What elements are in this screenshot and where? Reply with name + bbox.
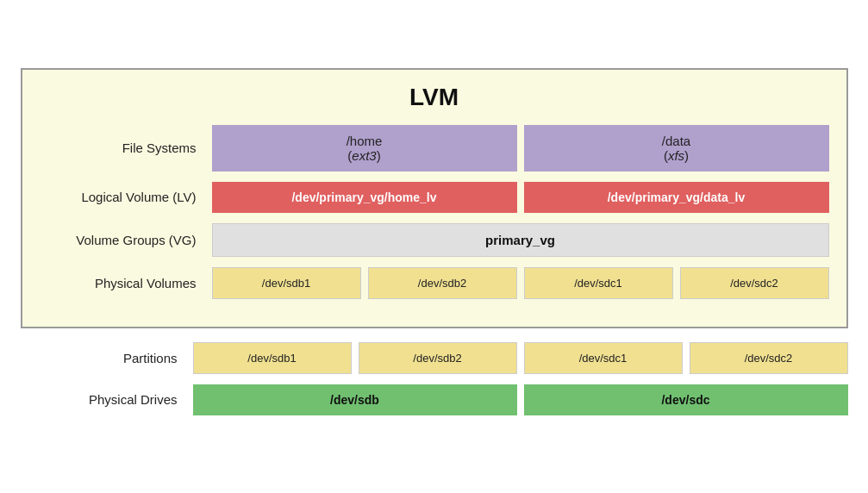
- logical-volume-content: /dev/primary_vg/home_lv /dev/primary_vg/…: [212, 182, 829, 213]
- volume-groups-label: Volume Groups (VG): [40, 233, 212, 247]
- fs-data: /data (xfs): [524, 125, 829, 172]
- logical-volume-label: Logical Volume (LV): [40, 190, 212, 204]
- partitions-content: /dev/sdb1 /dev/sdb2 /dev/sdc1 /dev/sdc2: [193, 342, 848, 374]
- physical-volumes-row: Physical Volumes /dev/sdb1 /dev/sdb2 /de…: [40, 267, 829, 299]
- pv-sdb2: /dev/sdb2: [368, 267, 517, 299]
- lv-data: /dev/primary_vg/data_lv: [524, 182, 829, 213]
- drive-sdc-label: /dev/sdc: [661, 393, 709, 407]
- fs-home: /home (ext3): [212, 125, 517, 172]
- main-container: LVM File Systems /home (ext3) /data (xfs…: [21, 68, 848, 426]
- part-sdc2: /dev/sdc2: [690, 342, 848, 374]
- fs-home-type: ext3: [352, 148, 376, 163]
- lv-home: /dev/primary_vg/home_lv: [212, 182, 517, 213]
- fs-home-name: /home: [347, 134, 383, 148]
- physical-volumes-content: /dev/sdb1 /dev/sdb2 /dev/sdc1 /dev/sdc2: [212, 267, 829, 299]
- vg-primary: primary_vg: [212, 223, 829, 257]
- file-systems-content: /home (ext3) /data (xfs): [212, 125, 829, 172]
- pv-sdb1: /dev/sdb1: [212, 267, 361, 299]
- partitions-row: Partitions /dev/sdb1 /dev/sdb2 /dev/sdc1…: [21, 342, 848, 374]
- below-container: Partitions /dev/sdb1 /dev/sdb2 /dev/sdc1…: [21, 342, 848, 426]
- pv-sdc1: /dev/sdc1: [524, 267, 673, 299]
- physical-volumes-label: Physical Volumes: [40, 276, 212, 290]
- file-systems-label: File Systems: [40, 140, 212, 155]
- physical-drives-row: Physical Drives /dev/sdb /dev/sdc: [21, 384, 848, 415]
- partitions-label: Partitions: [21, 351, 193, 365]
- logical-volume-row: Logical Volume (LV) /dev/primary_vg/home…: [40, 182, 829, 213]
- lvm-box: LVM File Systems /home (ext3) /data (xfs…: [21, 68, 848, 328]
- pv-sdc2: /dev/sdc2: [680, 267, 829, 299]
- fs-data-type: xfs: [668, 148, 684, 163]
- volume-groups-content: primary_vg: [212, 223, 829, 257]
- file-systems-row: File Systems /home (ext3) /data (xfs): [40, 125, 829, 172]
- physical-drives-label: Physical Drives: [21, 392, 193, 407]
- physical-drives-content: /dev/sdb /dev/sdc: [193, 384, 848, 415]
- part-sdc1: /dev/sdc1: [524, 342, 683, 374]
- drive-sdb: /dev/sdb: [193, 384, 517, 415]
- drive-sdc: /dev/sdc: [524, 384, 848, 415]
- lvm-title: LVM: [40, 84, 829, 111]
- part-sdb1: /dev/sdb1: [193, 342, 352, 374]
- drive-sdb-label: /dev/sdb: [330, 393, 379, 407]
- fs-data-name: /data: [662, 134, 690, 148]
- volume-groups-row: Volume Groups (VG) primary_vg: [40, 223, 829, 257]
- part-sdb2: /dev/sdb2: [359, 342, 517, 374]
